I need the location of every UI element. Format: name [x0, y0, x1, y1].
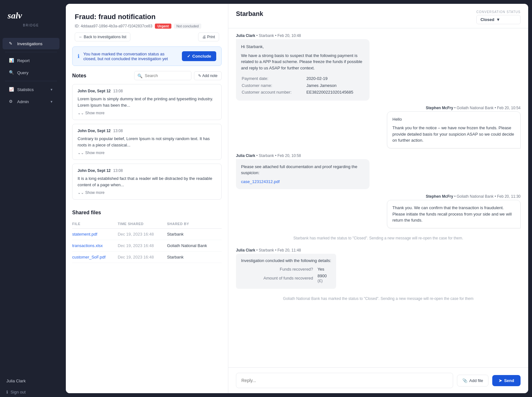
message-greeting: Hello — [392, 116, 515, 123]
admin-icon: ⚙ — [9, 99, 14, 104]
note-text: Lorem Ipsum is simply dummy text of the … — [78, 96, 216, 108]
messages-area: Julia Clark • Starbank • Feb 20, 10:48 H… — [228, 28, 528, 367]
message-greeting: Hi Starbank, — [241, 44, 364, 50]
table-row: transactions.xlsx Dec 19, 2023 16:48 Gol… — [72, 240, 222, 252]
sidebar-item-admin[interactable]: ⚙ Admin ▼ — [3, 96, 59, 107]
sidebar-item-label: Query — [17, 70, 28, 75]
note-meta: John Doe, Sept 12 13:08 — [78, 168, 216, 173]
message-sender: Stephen McFry • Goliath National Bank • … — [426, 194, 521, 199]
attachment-link[interactable]: case_123124312.pdf — [241, 179, 364, 185]
payment-date-label: Payment date: — [242, 75, 306, 82]
files-title: Shared files — [72, 210, 222, 216]
show-more-button[interactable]: ⌄⌄ Show more — [78, 190, 216, 195]
notes-search-input[interactable] — [134, 71, 191, 80]
concluded-details: Funds recovered? Yes Amount of funds rec… — [241, 266, 331, 284]
file-link[interactable]: transactions.xlsx — [72, 243, 103, 248]
status-notice: Starbank has marked the status to "Close… — [236, 233, 521, 243]
file-shared-by: Starbank — [167, 229, 222, 240]
file-link[interactable]: customer_SoF.pdf — [72, 255, 106, 259]
sidebar-item-label: Admin — [17, 99, 29, 104]
back-button[interactable]: ← Back to investigations list — [75, 32, 130, 41]
note-card: John Doe, Sept 12 13:08 Lorem Ipsum is s… — [72, 84, 222, 120]
message-bubble: Please see attached full documentation a… — [236, 159, 370, 189]
show-more-button[interactable]: ⌄⌄ Show more — [78, 111, 216, 115]
notes-title: Notes — [72, 73, 86, 79]
status-dropdown[interactable]: Closed ▼ — [476, 15, 521, 24]
file-time: Dec 19, 2023 16:48 — [118, 252, 167, 263]
chevron-down-icon: ⌄⌄ — [78, 190, 84, 195]
chevron-down-icon: ⌄⌄ — [78, 151, 84, 155]
chevron-down-icon: ▼ — [496, 17, 500, 22]
signout-label: Sign out — [10, 390, 26, 394]
sidebar-item-label: Investigations — [17, 41, 43, 46]
stats-icon: 📈 — [9, 87, 14, 92]
customer-name-label: Customer name: — [242, 82, 306, 89]
table-row: customer_SoF.pdf Dec 19, 2023 16:48 Star… — [72, 252, 222, 263]
sidebar-nav: ✎ Investigations 📊 Report 🔍 Query 📈 Stat… — [0, 32, 62, 379]
bridge-label: BRIDGE — [6, 24, 56, 27]
message-bubble: Thank you. We can confirm that the trans… — [387, 200, 521, 228]
check-icon: ✓ — [187, 54, 190, 59]
shared-files-section: Shared files FILE TIME SHARED SHARED BY … — [72, 210, 222, 263]
notes-controls: 🔍 ✎ Add note — [134, 71, 222, 80]
note-meta: John Doe, Sept 12 13:08 — [78, 129, 216, 133]
message-sender: Julia Clark • Starbank • Feb 20, 11:48 — [236, 248, 301, 252]
message-2: Stephen McFry • Goliath National Bank • … — [236, 106, 521, 148]
col-file: FILE — [72, 219, 118, 229]
print-button[interactable]: 🖨 Print — [198, 32, 219, 41]
table-row: statement.pdf Dec 19, 2023 16:48 Starban… — [72, 229, 222, 240]
note-author: John Doe, Sept 12 — [78, 89, 111, 93]
customer-name-value: James Jameson — [307, 82, 364, 89]
file-link[interactable]: statement.pdf — [72, 232, 97, 237]
note-time: 13:08 — [113, 129, 123, 133]
report-icon: 📊 — [9, 58, 14, 63]
sidebar-item-report[interactable]: 📊 Report — [3, 55, 59, 66]
message-5: Julia Clark • Starbank • Feb 20, 11:48 I… — [236, 248, 521, 289]
sidebar-item-statistics[interactable]: 📈 Statistics ▼ — [3, 84, 59, 95]
sidebar-item-label: Report — [17, 58, 30, 63]
sidebar-item-query[interactable]: 🔍 Query — [3, 67, 59, 78]
signout-button[interactable]: ℹ Sign out — [0, 387, 62, 397]
message-body: Thank you for the notice – we have now f… — [392, 125, 515, 144]
amount-label: Amount of funds recovered — [242, 273, 317, 284]
status-value: Closed — [480, 17, 494, 22]
account-value: EE382200221020145685 — [307, 89, 364, 96]
status-notice: Goliath National Bank has marked the sta… — [236, 294, 521, 303]
sidebar-item-label: Statistics — [17, 87, 34, 92]
chevron-down-icon: ▼ — [50, 88, 53, 91]
add-file-button[interactable]: 📎 Add file — [457, 375, 488, 386]
sidebar-user: Julia Clark — [0, 379, 62, 383]
message-body: Please see attached full documentation a… — [241, 164, 364, 176]
note-text: Contrary to popular belief, Lorem Ipsum … — [78, 136, 216, 148]
urgent-badge: Urgent — [155, 24, 171, 29]
paperclip-icon: 📎 — [462, 378, 467, 383]
add-note-button[interactable]: ✎ Add note — [194, 71, 222, 80]
funds-recovered-value: Yes — [318, 266, 331, 272]
show-more-button[interactable]: ⌄⌄ Show more — [78, 151, 216, 155]
conclude-button[interactable]: ✓ Conclude — [182, 51, 216, 61]
message-sender: Julia Clark • Starbank • Feb 20, 10:58 — [236, 153, 301, 158]
file-time: Dec 19, 2023 16:48 — [118, 229, 167, 240]
concluded-title: Investigation concluded with the followi… — [241, 258, 331, 263]
right-panel: Starbank CONVERSATION STATUS Closed ▼ Ju… — [228, 4, 528, 393]
page-title: Fraud: fraud notification — [75, 13, 219, 21]
reply-input[interactable] — [236, 373, 453, 388]
show-more-label: Show more — [85, 151, 105, 155]
message-3: Julia Clark • Starbank • Feb 20, 10:58 P… — [236, 153, 521, 189]
note-author: John Doe, Sept 12 — [78, 168, 111, 173]
message-sender: Julia Clark • Starbank • Feb 20, 10:48 — [236, 33, 301, 38]
notes-section: Notes 🔍 ✎ Add note John Doe, Sept 12 13:… — [72, 71, 222, 203]
reply-area: 📎 Add file ➤ Send — [228, 367, 528, 393]
note-card: John Doe, Sept 12 13:08 It is a long est… — [72, 164, 222, 200]
note-text: It is a long established fact that a rea… — [78, 175, 216, 188]
sidebar-item-investigations[interactable]: ✎ Investigations — [3, 38, 59, 49]
query-icon: 🔍 — [9, 70, 14, 75]
search-icon: 🔍 — [137, 73, 142, 78]
note-card: John Doe, Sept 12 13:08 Contrary to popu… — [72, 124, 222, 160]
alert-banner: ℹ You have marked the conversation statu… — [72, 46, 222, 66]
edit-icon: ✎ — [9, 41, 14, 46]
info-icon: ℹ — [6, 390, 8, 394]
col-time: TIME SHARED — [118, 219, 167, 229]
send-button[interactable]: ➤ Send — [492, 375, 521, 386]
main-content: Fraud: fraud notification ID: 4ddaaa97-1… — [66, 4, 528, 393]
